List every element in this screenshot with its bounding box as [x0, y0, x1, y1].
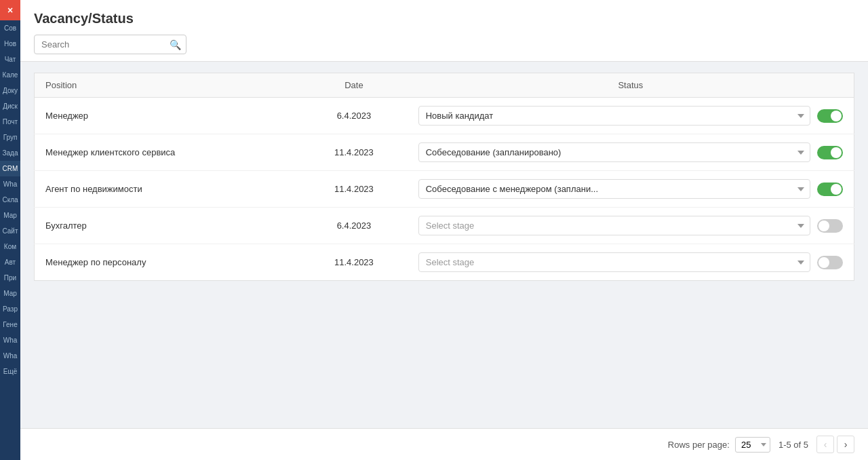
- table-header-row: Position Date Status: [35, 73, 854, 98]
- stage-select[interactable]: Новый кандидат: [418, 106, 810, 126]
- search-icon[interactable]: 🔍: [170, 39, 181, 50]
- sidebar-item-11[interactable]: Скла: [0, 192, 20, 208]
- sidebar-item-3[interactable]: Кале: [0, 67, 20, 83]
- table-row: Менеджер клиентского сервиса11.4.2023Соб…: [35, 134, 854, 171]
- date-cell: 11.4.2023: [300, 244, 408, 281]
- table-row: Менеджер по персоналу11.4.2023Select sta…: [35, 244, 854, 281]
- position-cell: Менеджер по персоналу: [35, 244, 301, 281]
- sidebar-item-2[interactable]: Чат: [0, 52, 20, 67]
- sidebar-item-8[interactable]: Зада: [0, 145, 20, 161]
- vacancy-table: Position Date Status Менеджер6.4.2023Нов…: [34, 73, 854, 281]
- toggle-slider: [817, 183, 843, 196]
- status-cell: Собеседование с менеджером (заплани...: [408, 171, 854, 208]
- stage-select[interactable]: Собеседование с менеджером (заплани...: [418, 179, 810, 199]
- sidebar-item-21[interactable]: Wha: [0, 348, 20, 364]
- table-row: Менеджер6.4.2023Новый кандидат: [35, 98, 854, 134]
- col-header-date: Date: [300, 73, 408, 98]
- stage-select[interactable]: Собеседование (запланировано): [418, 142, 810, 162]
- sidebar-item-12[interactable]: Мар: [0, 208, 20, 223]
- status-cell: Select stage: [408, 208, 854, 244]
- sidebar-item-16[interactable]: При: [0, 270, 20, 286]
- sidebar-item-17[interactable]: Мар: [0, 286, 20, 301]
- toggle-slider: [817, 109, 843, 123]
- rows-per-page-select[interactable]: 25 10 50 100: [735, 437, 770, 453]
- sidebar: × СовНовЧатКалеДокуДискПочтГрупЗадаCRMWh…: [0, 0, 20, 460]
- position-cell: Бухгалтер: [35, 208, 301, 244]
- status-cell: Select stage: [408, 244, 854, 281]
- table-row: Агент по недвижимости11.4.2023Собеседова…: [35, 171, 854, 208]
- position-cell: Менеджер: [35, 98, 301, 134]
- sidebar-item-0[interactable]: Сов: [0, 20, 20, 36]
- sidebar-close-button[interactable]: ×: [0, 0, 20, 20]
- toggle-slider: [817, 256, 843, 269]
- date-cell: 11.4.2023: [300, 171, 408, 208]
- sidebar-item-7[interactable]: Груп: [0, 130, 20, 145]
- pagination-bar: Rows per page: 25 10 50 100 1-5 of 5 ‹ ›: [20, 428, 868, 460]
- sidebar-item-10[interactable]: Wha: [0, 176, 20, 192]
- page-title: Vacancy/Status: [34, 11, 854, 26]
- position-cell: Менеджер клиентского сервиса: [35, 134, 301, 171]
- search-container: 🔍: [34, 35, 186, 54]
- sidebar-item-15[interactable]: Авт: [0, 254, 20, 270]
- next-page-button[interactable]: ›: [837, 436, 854, 453]
- sidebar-item-22[interactable]: Ещё: [0, 364, 20, 379]
- sidebar-item-14[interactable]: Ком: [0, 239, 20, 254]
- sidebar-item-5[interactable]: Диск: [0, 98, 20, 114]
- sidebar-item-6[interactable]: Почт: [0, 114, 20, 130]
- toggle-switch[interactable]: [817, 256, 843, 269]
- main-content: Vacancy/Status 🔍 Position Date Status Ме…: [20, 0, 868, 460]
- col-header-position: Position: [35, 73, 301, 98]
- sidebar-item-1[interactable]: Нов: [0, 36, 20, 52]
- table-row: Бухгалтер6.4.2023Select stage: [35, 208, 854, 244]
- sidebar-item-9[interactable]: CRM: [0, 161, 20, 176]
- header: Vacancy/Status 🔍: [20, 0, 868, 62]
- date-cell: 6.4.2023: [300, 98, 408, 134]
- date-cell: 11.4.2023: [300, 134, 408, 171]
- sidebar-item-4[interactable]: Доку: [0, 83, 20, 98]
- date-cell: 6.4.2023: [300, 208, 408, 244]
- table-container: Position Date Status Менеджер6.4.2023Нов…: [20, 62, 868, 428]
- position-cell: Агент по недвижимости: [35, 171, 301, 208]
- rows-per-page-container: Rows per page: 25 10 50 100: [668, 437, 770, 453]
- col-header-status: Status: [408, 73, 854, 98]
- sidebar-item-19[interactable]: Гене: [0, 317, 20, 332]
- sidebar-item-20[interactable]: Wha: [0, 332, 20, 348]
- toggle-switch[interactable]: [817, 146, 843, 159]
- stage-select[interactable]: Select stage: [418, 216, 810, 235]
- page-info: 1-5 of 5: [778, 440, 808, 450]
- rows-per-page-label: Rows per page:: [668, 440, 730, 450]
- toggle-switch[interactable]: [817, 219, 843, 233]
- toggle-switch[interactable]: [817, 183, 843, 196]
- toggle-switch[interactable]: [817, 109, 843, 123]
- page-navigation: ‹ ›: [816, 436, 854, 453]
- search-input[interactable]: [34, 35, 186, 54]
- status-cell: Собеседование (запланировано): [408, 134, 854, 171]
- toggle-slider: [817, 146, 843, 159]
- toggle-slider: [817, 219, 843, 233]
- stage-select[interactable]: Select stage: [418, 252, 810, 272]
- status-cell: Новый кандидат: [408, 98, 854, 134]
- sidebar-item-18[interactable]: Разр: [0, 301, 20, 317]
- prev-page-button[interactable]: ‹: [816, 436, 834, 453]
- sidebar-item-13[interactable]: Сайт: [0, 223, 20, 239]
